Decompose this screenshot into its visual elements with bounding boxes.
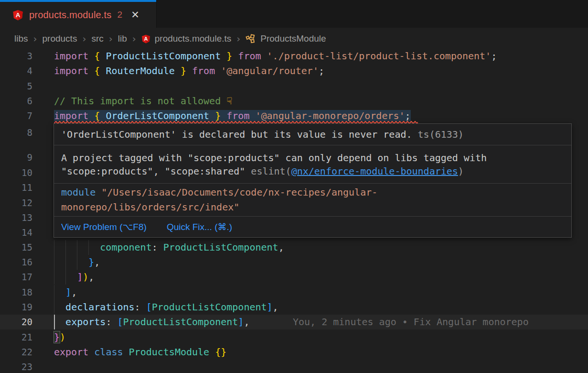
code-line-22[interactable]: 22export class ProductsModule {} (0, 345, 588, 360)
hover-actions: View Problem (⌥F8) Quick Fix... (⌘.) (54, 217, 571, 237)
token: {} (215, 346, 226, 358)
hover-module-info: module "/Users/isaac/Documents/code/nx-r… (54, 184, 571, 217)
code-line-6[interactable]: 6// This import is not allowed ☟ (0, 94, 588, 109)
token: ProductsModule (129, 346, 210, 358)
line-number[interactable]: 11 (0, 180, 32, 195)
token: import (54, 65, 88, 77)
line-number[interactable]: 16 (0, 255, 32, 270)
token: [ (146, 301, 152, 313)
module-path-line2: monorepo/libs/orders/src/index" (61, 201, 239, 213)
code-text: // This import is not allowed ☟ (54, 94, 232, 109)
line-number[interactable]: 21 (0, 330, 32, 345)
token: declarations (65, 301, 135, 313)
code-line-18[interactable]: 18 ], (0, 285, 588, 300)
code-line-21[interactable]: 21}) (0, 330, 588, 345)
eslint-message-line2: "scope:products", "scope:shared" (61, 165, 251, 177)
error-hover-popup: 'OrderListComponent' is declared but its… (53, 123, 572, 238)
token (54, 256, 88, 268)
line-number[interactable]: 13 (0, 210, 32, 225)
line-number[interactable]: 19 (0, 300, 32, 315)
token (249, 110, 255, 121)
token: from (192, 65, 215, 77)
code-text: }) (54, 330, 65, 345)
token: } (226, 50, 232, 62)
token: RouterModule (100, 65, 181, 77)
line-number[interactable]: 18 (0, 285, 32, 300)
eslint-message-line1: A project tagged with "scope:products" c… (61, 151, 564, 165)
code-line-23[interactable]: 23 (0, 360, 588, 373)
code-line-5[interactable]: 5 (0, 79, 588, 94)
token: , (244, 316, 249, 328)
code-line-7[interactable]: 7import { OrderListComponent } from '@an… (0, 109, 588, 123)
line-number[interactable]: 6 (0, 94, 32, 109)
line-number[interactable]: 5 (0, 79, 32, 94)
code-line-15[interactable]: 15 component: ProductListComponent, (0, 240, 588, 255)
token (54, 286, 65, 298)
token: ] (238, 316, 244, 328)
line-number[interactable]: 4 (0, 64, 32, 78)
token: } (215, 110, 221, 121)
line-number[interactable]: 17 (0, 270, 32, 285)
code-line-17[interactable]: 17 ]), (0, 270, 588, 285)
token: ) (83, 271, 88, 283)
line-number[interactable]: 10 (0, 165, 32, 180)
code-line-16[interactable]: 16 }, (0, 255, 588, 270)
token: from (238, 50, 261, 62)
token (54, 301, 65, 313)
code-line-3[interactable]: 3import { ProductListComponent } from '.… (0, 49, 588, 64)
code-text: ]), (54, 270, 94, 285)
token: OrderListComponent (100, 110, 215, 121)
token (88, 65, 94, 77)
token: ] (77, 271, 83, 283)
line-number[interactable]: 8 (0, 125, 32, 140)
token: ProductListComponent (123, 316, 238, 328)
code-line-19[interactable]: 19 declarations: [ProductListComponent], (0, 300, 588, 315)
token: ] (267, 301, 273, 313)
line-number[interactable]: 12 (0, 196, 32, 210)
token: import (54, 110, 88, 121)
unused-message-text: 'OrderListComponent' is declared but its… (61, 129, 412, 140)
hover-eslint-message: A project tagged with "scope:products" c… (54, 145, 571, 184)
code-line-20[interactable]: 20 exports: [ProductListComponent],You, … (0, 315, 588, 329)
token: ProductListComponent (100, 50, 226, 62)
ts-error-code: ts(6133) (412, 129, 464, 140)
view-problem-action[interactable]: View Problem (⌥F8) (61, 221, 147, 232)
git-blame-annotation: You, 2 minutes ago • Fix Angular monorep… (293, 315, 529, 329)
line-number[interactable]: 20 (0, 315, 32, 329)
token (88, 50, 94, 62)
token: '@angular/router' (221, 65, 319, 77)
token: component (100, 241, 151, 253)
token: // This import is not allowed (54, 95, 226, 107)
token: : (106, 316, 117, 328)
line-number[interactable]: 22 (0, 345, 32, 360)
quick-fix-action[interactable]: Quick Fix... (⌘.) (167, 221, 232, 232)
code-text: import { RouterModule } from '@angular/r… (54, 64, 324, 78)
token (186, 65, 192, 77)
line-number[interactable]: 15 (0, 240, 32, 255)
token: exports (65, 316, 106, 328)
token: export (54, 346, 88, 358)
eslint-source-suffix: ) (458, 165, 464, 177)
line-number[interactable]: 3 (0, 49, 32, 64)
error-range-highlight: import { OrderListComponent } from '@ang… (54, 110, 411, 121)
code-text: ], (54, 285, 77, 300)
token (123, 346, 129, 358)
token: class (94, 346, 123, 358)
line-number[interactable]: 7 (0, 109, 32, 123)
eslint-source-prefix: eslint( (251, 165, 291, 177)
token (54, 241, 100, 253)
token: ProductListComponent (152, 301, 267, 313)
token: from (226, 110, 249, 121)
code-line-4[interactable]: 4import { RouterModule } from '@angular/… (0, 64, 588, 78)
token: ] (65, 286, 71, 298)
token: [ (117, 316, 123, 328)
token: } (53, 331, 60, 343)
token (215, 65, 221, 77)
line-number[interactable]: 9 (0, 150, 32, 165)
token: , (71, 286, 77, 298)
eslint-rule-link[interactable]: @nx/enforce-module-boundaries (291, 165, 458, 177)
token: } (88, 256, 94, 268)
token (261, 50, 267, 62)
line-number[interactable]: 14 (0, 225, 32, 240)
line-number[interactable]: 23 (0, 360, 32, 373)
